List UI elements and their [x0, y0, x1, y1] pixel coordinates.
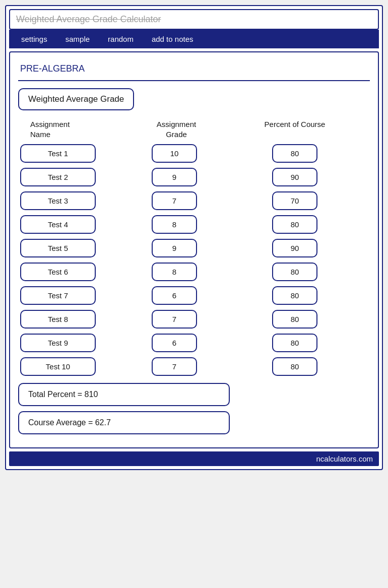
assignment-name-input[interactable]: Test 9: [20, 334, 96, 352]
percent-of-course-input[interactable]: 90: [272, 239, 317, 257]
cell-percent: 80: [220, 310, 370, 329]
table-row: Test 4 8 80: [18, 215, 370, 234]
cell-grade: 6: [129, 286, 220, 305]
percent-of-course-input[interactable]: 90: [272, 168, 317, 186]
cell-grade: 10: [129, 144, 220, 163]
cell-percent: 80: [220, 357, 370, 376]
cell-grade: 9: [129, 239, 220, 257]
cell-grade: 7: [129, 357, 220, 376]
nav-bar: settings sample random add to notes: [9, 30, 379, 48]
cell-percent: 90: [220, 168, 370, 186]
table-row: Test 5 9 90: [18, 239, 370, 257]
cell-percent: 80: [220, 215, 370, 234]
cell-percent: 70: [220, 191, 370, 210]
rows-container: Test 1 10 80 Test 2 9 90 Test 3 7: [18, 144, 370, 376]
nav-settings[interactable]: settings: [12, 30, 56, 48]
percent-of-course-input[interactable]: 80: [272, 310, 317, 329]
assignment-name-input[interactable]: Test 2: [20, 168, 96, 186]
col-header-grade: AssignmentGrade: [131, 119, 222, 139]
cell-percent: 90: [220, 239, 370, 257]
percent-of-course-input[interactable]: 80: [272, 144, 317, 163]
course-name: PRE-ALGEBRA: [18, 60, 370, 81]
assignment-grade-input[interactable]: 7: [152, 191, 197, 210]
cell-name: Test 3: [18, 191, 129, 210]
table-row: Test 2 9 90: [18, 168, 370, 186]
assignment-name-input[interactable]: Test 1: [20, 144, 96, 163]
col-header-name: AssignmentName: [20, 119, 131, 139]
table-row: Test 8 7 80: [18, 310, 370, 329]
assignment-grade-input[interactable]: 9: [152, 168, 197, 186]
calculator-label: Weighted Average Grade: [18, 88, 134, 110]
assignment-grade-input[interactable]: 9: [152, 239, 197, 257]
cell-percent: 80: [220, 144, 370, 163]
total-percent-row: Total Percent = 810: [18, 383, 370, 406]
assignment-name-input[interactable]: Test 7: [20, 286, 96, 305]
assignment-name-input[interactable]: Test 4: [20, 215, 96, 234]
assignment-grade-input[interactable]: 8: [152, 215, 197, 234]
assignment-name-input[interactable]: Test 3: [20, 191, 96, 210]
total-percent-box: Total Percent = 810: [18, 383, 230, 406]
footer-brand: ncalculators.com: [9, 451, 379, 466]
table-row: Test 9 6 80: [18, 334, 370, 352]
table-row: Test 6 8 80: [18, 263, 370, 281]
cell-name: Test 6: [18, 263, 129, 281]
cell-percent: 80: [220, 263, 370, 281]
app-title: Weighted Average Grade Calculator: [16, 14, 161, 24]
cell-grade: 6: [129, 334, 220, 352]
course-average-box: Course Average = 62.7: [18, 411, 230, 434]
cell-percent: 80: [220, 334, 370, 352]
main-content: PRE-ALGEBRA Weighted Average Grade Assig…: [9, 51, 379, 448]
cell-grade: 7: [129, 310, 220, 329]
nav-add-to-notes[interactable]: add to notes: [143, 30, 203, 48]
assignment-grade-input[interactable]: 7: [152, 357, 197, 376]
summary-section: Total Percent = 810 Course Average = 62.…: [18, 383, 370, 434]
cell-name: Test 10: [18, 357, 129, 376]
assignment-grade-input[interactable]: 7: [152, 310, 197, 329]
cell-name: Test 4: [18, 215, 129, 234]
app-container: Weighted Average Grade Calculator settin…: [5, 5, 383, 470]
cell-name: Test 2: [18, 168, 129, 186]
percent-of-course-input[interactable]: 80: [272, 334, 317, 352]
cell-grade: 7: [129, 191, 220, 210]
table-header: AssignmentName AssignmentGrade Percent o…: [18, 119, 370, 139]
nav-sample[interactable]: sample: [56, 30, 99, 48]
table-row: Test 7 6 80: [18, 286, 370, 305]
assignment-grade-input[interactable]: 8: [152, 263, 197, 281]
cell-name: Test 5: [18, 239, 129, 257]
cell-grade: 9: [129, 168, 220, 186]
cell-grade: 8: [129, 215, 220, 234]
cell-name: Test 9: [18, 334, 129, 352]
cell-name: Test 8: [18, 310, 129, 329]
cell-grade: 8: [129, 263, 220, 281]
table-row: Test 1 10 80: [18, 144, 370, 163]
col-header-percent: Percent of Course: [222, 119, 368, 139]
table-row: Test 10 7 80: [18, 357, 370, 376]
assignment-name-input[interactable]: Test 6: [20, 263, 96, 281]
percent-of-course-input[interactable]: 80: [272, 286, 317, 305]
assignment-name-input[interactable]: Test 5: [20, 239, 96, 257]
cell-name: Test 1: [18, 144, 129, 163]
percent-of-course-input[interactable]: 80: [272, 215, 317, 234]
assignment-grade-input[interactable]: 6: [152, 334, 197, 352]
nav-random[interactable]: random: [99, 30, 143, 48]
percent-of-course-input[interactable]: 70: [272, 191, 317, 210]
assignment-grade-input[interactable]: 10: [152, 144, 197, 163]
percent-of-course-input[interactable]: 80: [272, 263, 317, 281]
cell-name: Test 7: [18, 286, 129, 305]
assignment-grade-input[interactable]: 6: [152, 286, 197, 305]
title-bar: Weighted Average Grade Calculator: [9, 9, 379, 30]
table-row: Test 3 7 70: [18, 191, 370, 210]
assignment-name-input[interactable]: Test 8: [20, 310, 96, 329]
percent-of-course-input[interactable]: 80: [272, 357, 317, 376]
cell-percent: 80: [220, 286, 370, 305]
assignment-name-input[interactable]: Test 10: [20, 357, 96, 376]
course-average-row: Course Average = 62.7: [18, 411, 370, 434]
